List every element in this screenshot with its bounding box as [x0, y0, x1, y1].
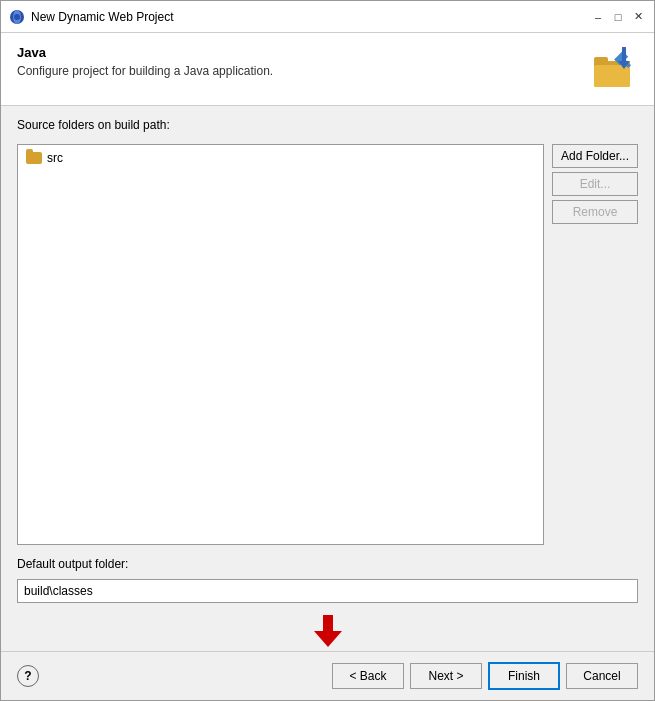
folder-icon	[26, 152, 42, 164]
back-button[interactable]: < Back	[332, 663, 404, 689]
app-icon	[9, 9, 25, 25]
cancel-button[interactable]: Cancel	[566, 663, 638, 689]
close-button[interactable]: ✕	[630, 9, 646, 25]
window-title: New Dynamic Web Project	[31, 10, 590, 24]
svg-marker-10	[314, 631, 342, 647]
svg-point-2	[14, 14, 20, 20]
next-button[interactable]: Next >	[410, 663, 482, 689]
remove-button[interactable]: Remove	[552, 200, 638, 224]
help-button[interactable]: ?	[17, 665, 39, 687]
source-folder-row: src Add Folder... Edit... Remove	[17, 144, 638, 545]
list-item: src	[22, 149, 539, 167]
source-folders-label: Source folders on build path:	[17, 118, 638, 132]
header-text-area: Java Configure project for building a Ja…	[17, 45, 580, 78]
wizard-icon	[590, 45, 638, 93]
dialog-footer: ? < Back Next > Finish Cancel	[1, 651, 654, 700]
minimize-button[interactable]: –	[590, 9, 606, 25]
source-folder-name: src	[47, 151, 63, 165]
content-area: Source folders on build path: src Add Fo…	[1, 106, 654, 615]
side-buttons: Add Folder... Edit... Remove	[552, 144, 638, 545]
footer-buttons: < Back Next > Finish Cancel	[332, 662, 638, 690]
window-controls: – □ ✕	[590, 9, 646, 25]
wizard-subtitle: Configure project for building a Java ap…	[17, 64, 580, 78]
svg-rect-5	[594, 65, 630, 87]
output-folder-input[interactable]	[17, 579, 638, 603]
finish-button[interactable]: Finish	[488, 662, 560, 690]
dialog-window: New Dynamic Web Project – □ ✕ Java Confi…	[0, 0, 655, 701]
wizard-header: Java Configure project for building a Ja…	[1, 33, 654, 106]
title-bar: New Dynamic Web Project – □ ✕	[1, 1, 654, 33]
arrow-indicator	[1, 615, 654, 647]
wizard-title: Java	[17, 45, 580, 60]
source-folder-list: src	[17, 144, 544, 545]
maximize-button[interactable]: □	[610, 9, 626, 25]
output-folder-label: Default output folder:	[17, 557, 638, 571]
svg-rect-9	[323, 615, 333, 633]
footer-left: ?	[17, 665, 39, 687]
svg-rect-4	[594, 57, 608, 63]
edit-button[interactable]: Edit...	[552, 172, 638, 196]
output-folder-section: Default output folder:	[17, 557, 638, 603]
add-folder-button[interactable]: Add Folder...	[552, 144, 638, 168]
